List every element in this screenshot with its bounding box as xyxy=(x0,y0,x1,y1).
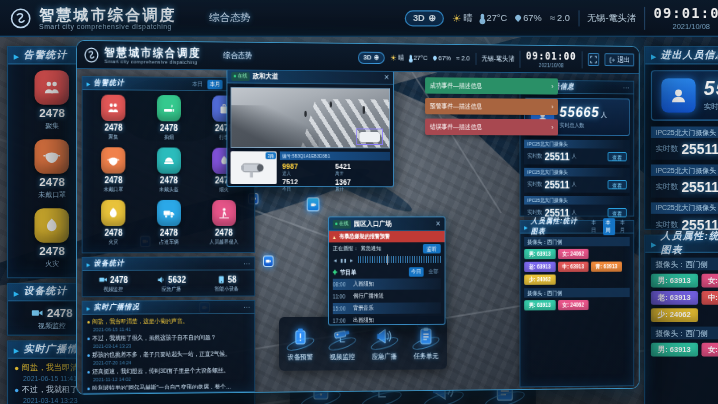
weather-indicator: ☀ 晴 xyxy=(452,12,473,25)
tab-month[interactable]: 本月 xyxy=(207,79,222,89)
tab-today-programs[interactable]: 今日 xyxy=(409,267,424,277)
schedule-row[interactable]: 11:00例行广播推送 xyxy=(333,290,441,302)
weather-label: 晴 xyxy=(464,12,473,25)
attr-tag[interactable]: 女: 24062 xyxy=(701,274,718,288)
app-title: 智慧城市综合调度 xyxy=(39,6,177,21)
tab-day[interactable]: 本日 xyxy=(589,218,601,235)
person-badge-icon xyxy=(661,78,696,113)
broadcast-text: 阎盐，我当即清楚，这是小菊的声音。 xyxy=(92,317,188,326)
action-video-monitor[interactable]: 视频监控 xyxy=(327,326,357,362)
tab-month[interactable]: 本月 xyxy=(618,218,630,235)
attr-tag[interactable]: 少: 24062 xyxy=(524,274,555,284)
warning-icon: ▲ xyxy=(332,234,337,239)
droplet-icon xyxy=(432,55,437,61)
attr-tag[interactable]: 中: 63913 xyxy=(701,291,718,305)
attr-tag[interactable]: 男: 63913 xyxy=(524,300,555,310)
action-device-alert[interactable]: 设备预警 xyxy=(285,326,315,362)
attr-tag[interactable]: 女: 24062 xyxy=(701,343,718,357)
playhead[interactable] xyxy=(387,254,388,264)
tab-overall-situation[interactable]: 综合态势 xyxy=(209,10,250,25)
attr-tag[interactable]: 中: 63913 xyxy=(558,262,589,272)
camera-marker-icon[interactable] xyxy=(263,256,273,267)
panel-title: 实时广播情况 xyxy=(94,302,140,313)
clock-time: 09:01:00 xyxy=(653,6,718,20)
broadcast-time: 2021-07-20 14:24 xyxy=(87,359,249,366)
view-button[interactable]: 查看 xyxy=(608,180,627,189)
broadcast-item[interactable]: 哈利波特里的"阿尔马赫斯"一台自己变形的盘席，整个… 2021-11-23 12… xyxy=(87,382,249,390)
realtime-broadcast-panel: ▶ 实时广播情况 ⋯ 阎盐，我当即清楚，这是小菊的声音。 2021-06-15 … xyxy=(82,300,256,394)
temperature-indicator: 27°C xyxy=(481,13,507,23)
panel-arrow-icon: ▶ xyxy=(87,80,91,86)
device-number: 编号:5B3Q1A1EB3D3B1 xyxy=(280,151,390,160)
attr-tag[interactable]: 老: 63913 xyxy=(524,262,555,272)
add-icon[interactable]: ✚ xyxy=(333,269,338,276)
camera-marker-icon[interactable] xyxy=(307,197,320,211)
mode-3d-toggle[interactable]: 3D ⊕ xyxy=(358,51,385,63)
more-icon[interactable]: ⋯ xyxy=(243,259,250,267)
exit-button[interactable]: 退出 xyxy=(605,53,635,66)
alarm-value: 2478 xyxy=(141,123,196,133)
schedule-row[interactable]: 08:00入园须知 xyxy=(333,278,441,290)
attr-tag[interactable]: 青: 63913 xyxy=(591,262,622,272)
attr-tag[interactable]: 女: 24062 xyxy=(558,249,589,259)
person-intrude-icon xyxy=(212,200,236,226)
broadcast-time: 2021-03-14 13:23 xyxy=(15,397,247,404)
tab-today[interactable]: 本日 xyxy=(190,79,205,89)
chevron-right-icon: › xyxy=(551,83,553,91)
crowd-icon xyxy=(35,70,70,105)
schedule-row[interactable]: 15:00背景音乐 xyxy=(333,302,441,314)
view-button[interactable]: 查看 xyxy=(608,152,627,161)
broadcast-text: 那孩的也挑差不多，老子只要站起头一站，正直2气候。 xyxy=(92,350,230,360)
toast-success[interactable]: 成功事件—描述信息 › xyxy=(425,77,558,94)
alarm-stat-no-mask[interactable]: 2478 未戴口罩 xyxy=(86,147,142,200)
close-icon[interactable]: ✕ xyxy=(384,73,389,81)
playback-controls-icon[interactable]: ◄ ▮▮ ► xyxy=(333,257,355,263)
broadcast-item[interactable]: 那孩的也挑差不多，老子只要站起头一站，正直2气候。 2021-07-20 14:… xyxy=(87,349,249,365)
more-icon[interactable]: ⋯ xyxy=(243,303,250,311)
plaza-popup-title: 园区入口广场 xyxy=(354,219,392,228)
broadcast-time: 2021-11-12 14:02 xyxy=(87,375,249,382)
device-stat-broadcast[interactable]: 5632 应急广播 xyxy=(157,275,186,293)
tab-all-programs[interactable]: 全部 xyxy=(426,267,441,276)
alarm-stat-gathering[interactable]: 2478 聚集 xyxy=(86,95,142,148)
device-stat-smart[interactable]: 58 智能小设备 xyxy=(215,275,239,293)
crosshair-icon: ⊕ xyxy=(374,54,379,62)
broadcast-item[interactable]: 不过，我就租了很久，虽然这孩子自不自的问题？ 2021-03-14 13:23 xyxy=(87,333,249,349)
bullet-icon xyxy=(15,366,18,369)
mask-icon xyxy=(101,147,125,173)
clock-time: 09:01:00 xyxy=(526,50,576,61)
fullscreen-button[interactable] xyxy=(588,53,599,66)
toast-error[interactable]: 错误事件—描述信息 › xyxy=(425,119,558,136)
alarm-stat-vehicle[interactable]: 2478 占道车辆 xyxy=(141,200,196,252)
action-emergency-broadcast[interactable]: 应急广播 xyxy=(369,325,399,361)
broadcast-item[interactable]: 阎盐，我当即清楚，这是小菊的声音。 2021-06-15 11:41 xyxy=(87,316,249,332)
video-feed[interactable] xyxy=(231,87,391,149)
mask-icon xyxy=(35,139,70,174)
alarm-stat-no-helmet[interactable]: 2478 未戴头盔 xyxy=(141,147,196,200)
broadcast-item[interactable]: 还真挺速，我幻想云，传到3D面子里是个大设备螺丝。 2021-11-12 14:… xyxy=(87,366,249,382)
alarm-stat-fire[interactable]: 2478 火灾 xyxy=(86,200,142,253)
listen-button[interactable]: 监听 xyxy=(423,244,441,253)
device-stat-video[interactable]: 2478 视频监控 xyxy=(99,275,128,294)
mode-3d-toggle[interactable]: 3D ⊕ xyxy=(405,10,444,26)
toast-text: 错误事件—描述信息 xyxy=(430,122,552,131)
schedule-row[interactable]: 17:00出园须知 xyxy=(333,314,441,326)
tab-overall-situation[interactable]: 综合态势 xyxy=(223,50,252,62)
toast-warning[interactable]: 预警事件—描述信息 › xyxy=(425,98,558,115)
alarm-label: 未戴口罩 xyxy=(86,186,142,194)
action-task-unit[interactable]: 任务单元 xyxy=(411,325,441,360)
camera-popup: 在线 政和大道 ✕ 2路 xyxy=(227,69,394,188)
audio-waveform[interactable] xyxy=(358,256,441,263)
view-button[interactable]: 查看 xyxy=(608,208,627,217)
online-status-badge: 在线 xyxy=(231,72,249,81)
alarm-stat-intrusion[interactable]: 2478 人员越界侵入 xyxy=(196,200,251,252)
close-icon[interactable]: ✕ xyxy=(436,220,441,228)
attr-tag[interactable]: 男: 63913 xyxy=(524,249,555,259)
row-value: 25511 xyxy=(545,150,570,162)
device-stat-video[interactable]: 2478 视频监控 xyxy=(31,307,73,331)
more-icon[interactable]: ⋯ xyxy=(623,84,630,92)
attr-tag[interactable]: 女: 24062 xyxy=(558,300,589,310)
tab-week[interactable]: 本周 xyxy=(603,218,615,235)
alarm-stat-smoking[interactable]: 2478 抽烟 xyxy=(141,95,196,148)
wind-value: 2.0 xyxy=(461,54,470,62)
